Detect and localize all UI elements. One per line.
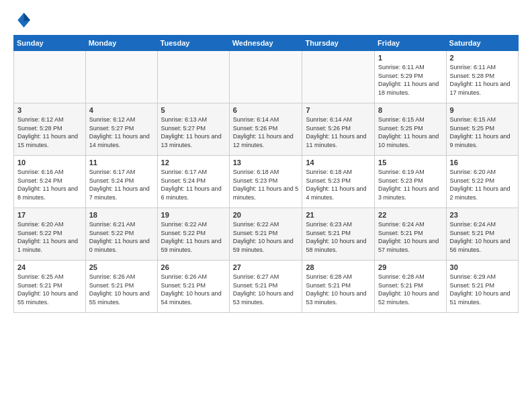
day-number: 5 [161, 106, 226, 114]
calendar-day-cell: 1Sunrise: 6:11 AM Sunset: 5:29 PM Daylig… [375, 51, 446, 103]
day-number: 25 [89, 263, 154, 271]
calendar-day-cell: 20Sunrise: 6:22 AM Sunset: 5:21 PM Dayli… [229, 208, 302, 261]
day-info: Sunrise: 6:17 AM Sunset: 5:24 PM Dayligh… [161, 168, 226, 201]
day-number: 4 [89, 106, 154, 114]
calendar-day-cell: 9Sunrise: 6:15 AM Sunset: 5:25 PM Daylig… [446, 103, 518, 156]
calendar-day-cell: 8Sunrise: 6:15 AM Sunset: 5:25 PM Daylig… [375, 103, 446, 156]
weekday-header: Tuesday [157, 36, 229, 51]
day-info: Sunrise: 6:12 AM Sunset: 5:27 PM Dayligh… [89, 116, 154, 149]
weekday-header: Monday [85, 36, 157, 51]
calendar-day-cell: 7Sunrise: 6:14 AM Sunset: 5:26 PM Daylig… [302, 103, 375, 156]
day-number: 18 [89, 211, 154, 219]
calendar-week-row: 10Sunrise: 6:16 AM Sunset: 5:24 PM Dayli… [14, 156, 519, 208]
calendar-day-cell [85, 51, 157, 103]
calendar-day-cell: 5Sunrise: 6:13 AM Sunset: 5:27 PM Daylig… [157, 103, 229, 156]
day-info: Sunrise: 6:28 AM Sunset: 5:21 PM Dayligh… [306, 273, 371, 306]
day-number: 10 [17, 158, 82, 167]
day-info: Sunrise: 6:28 AM Sunset: 5:21 PM Dayligh… [378, 273, 442, 306]
calendar-day-cell [157, 51, 229, 103]
day-number: 28 [306, 263, 371, 271]
calendar-table: SundayMondayTuesdayWednesdayThursdayFrid… [13, 35, 519, 313]
calendar-day-cell: 15Sunrise: 6:19 AM Sunset: 5:23 PM Dayli… [375, 156, 446, 208]
calendar-week-row: 1Sunrise: 6:11 AM Sunset: 5:29 PM Daylig… [14, 51, 519, 103]
day-info: Sunrise: 6:20 AM Sunset: 5:22 PM Dayligh… [450, 168, 515, 201]
day-number: 2 [450, 54, 515, 62]
day-number: 16 [450, 158, 515, 167]
calendar-week-row: 3Sunrise: 6:12 AM Sunset: 5:28 PM Daylig… [14, 103, 519, 156]
calendar-week-row: 17Sunrise: 6:20 AM Sunset: 5:22 PM Dayli… [14, 208, 519, 261]
day-number: 12 [161, 158, 226, 167]
day-number: 9 [450, 106, 515, 114]
calendar-day-cell: 2Sunrise: 6:11 AM Sunset: 5:28 PM Daylig… [446, 51, 518, 103]
calendar-day-cell: 23Sunrise: 6:24 AM Sunset: 5:21 PM Dayli… [446, 208, 518, 261]
page: SundayMondayTuesdayWednesdayThursdayFrid… [0, 0, 532, 411]
day-info: Sunrise: 6:15 AM Sunset: 5:25 PM Dayligh… [450, 116, 515, 149]
day-number: 6 [233, 106, 299, 114]
logo-icon [13, 11, 32, 30]
weekday-header: Thursday [302, 36, 375, 51]
day-number: 8 [378, 106, 442, 114]
day-number: 20 [233, 211, 299, 219]
calendar-day-cell: 28Sunrise: 6:28 AM Sunset: 5:21 PM Dayli… [302, 261, 375, 313]
day-number: 7 [306, 106, 371, 114]
day-info: Sunrise: 6:22 AM Sunset: 5:22 PM Dayligh… [161, 220, 226, 254]
calendar-day-cell [14, 51, 86, 103]
day-number: 13 [233, 158, 299, 167]
calendar-day-cell: 3Sunrise: 6:12 AM Sunset: 5:28 PM Daylig… [14, 103, 86, 156]
weekday-header: Saturday [446, 36, 518, 51]
weekday-header: Wednesday [229, 36, 302, 51]
day-info: Sunrise: 6:27 AM Sunset: 5:21 PM Dayligh… [233, 273, 299, 306]
calendar-day-cell: 24Sunrise: 6:25 AM Sunset: 5:21 PM Dayli… [14, 261, 86, 313]
day-info: Sunrise: 6:21 AM Sunset: 5:22 PM Dayligh… [89, 220, 154, 254]
day-info: Sunrise: 6:15 AM Sunset: 5:25 PM Dayligh… [378, 116, 442, 149]
day-info: Sunrise: 6:14 AM Sunset: 5:26 PM Dayligh… [306, 116, 371, 149]
day-info: Sunrise: 6:24 AM Sunset: 5:21 PM Dayligh… [450, 220, 515, 254]
calendar-day-cell: 21Sunrise: 6:23 AM Sunset: 5:21 PM Dayli… [302, 208, 375, 261]
calendar-day-cell: 13Sunrise: 6:18 AM Sunset: 5:23 PM Dayli… [229, 156, 302, 208]
calendar-day-cell: 6Sunrise: 6:14 AM Sunset: 5:26 PM Daylig… [229, 103, 302, 156]
day-info: Sunrise: 6:14 AM Sunset: 5:26 PM Dayligh… [233, 116, 299, 149]
day-info: Sunrise: 6:11 AM Sunset: 5:28 PM Dayligh… [450, 63, 515, 97]
day-info: Sunrise: 6:19 AM Sunset: 5:23 PM Dayligh… [378, 168, 442, 201]
day-info: Sunrise: 6:23 AM Sunset: 5:21 PM Dayligh… [306, 220, 371, 254]
calendar-day-cell: 17Sunrise: 6:20 AM Sunset: 5:22 PM Dayli… [14, 208, 86, 261]
calendar-day-cell: 30Sunrise: 6:29 AM Sunset: 5:21 PM Dayli… [446, 261, 518, 313]
calendar-day-cell [302, 51, 375, 103]
header [13, 11, 519, 30]
day-info: Sunrise: 6:11 AM Sunset: 5:29 PM Dayligh… [378, 63, 442, 97]
day-number: 30 [450, 263, 515, 271]
day-info: Sunrise: 6:18 AM Sunset: 5:23 PM Dayligh… [306, 168, 371, 201]
weekday-header: Sunday [14, 36, 86, 51]
day-info: Sunrise: 6:20 AM Sunset: 5:22 PM Dayligh… [17, 220, 82, 254]
day-number: 24 [17, 263, 82, 271]
day-number: 23 [450, 211, 515, 219]
day-number: 11 [89, 158, 154, 167]
weekday-header: Friday [375, 36, 446, 51]
calendar-day-cell: 25Sunrise: 6:26 AM Sunset: 5:21 PM Dayli… [85, 261, 157, 313]
day-number: 22 [378, 211, 442, 219]
day-info: Sunrise: 6:18 AM Sunset: 5:23 PM Dayligh… [233, 168, 299, 201]
calendar-day-cell: 14Sunrise: 6:18 AM Sunset: 5:23 PM Dayli… [302, 156, 375, 208]
day-info: Sunrise: 6:26 AM Sunset: 5:21 PM Dayligh… [161, 273, 226, 306]
day-number: 15 [378, 158, 442, 167]
svg-marker-1 [24, 13, 30, 21]
day-number: 19 [161, 211, 226, 219]
day-info: Sunrise: 6:22 AM Sunset: 5:21 PM Dayligh… [233, 220, 299, 254]
calendar-day-cell: 19Sunrise: 6:22 AM Sunset: 5:22 PM Dayli… [157, 208, 229, 261]
calendar-day-cell: 10Sunrise: 6:16 AM Sunset: 5:24 PM Dayli… [14, 156, 86, 208]
calendar-day-cell: 12Sunrise: 6:17 AM Sunset: 5:24 PM Dayli… [157, 156, 229, 208]
calendar-day-cell: 27Sunrise: 6:27 AM Sunset: 5:21 PM Dayli… [229, 261, 302, 313]
calendar-header-row: SundayMondayTuesdayWednesdayThursdayFrid… [14, 36, 519, 51]
day-number: 27 [233, 263, 299, 271]
day-info: Sunrise: 6:17 AM Sunset: 5:24 PM Dayligh… [89, 168, 154, 201]
day-number: 1 [378, 54, 442, 62]
day-number: 21 [306, 211, 371, 219]
calendar-day-cell: 22Sunrise: 6:24 AM Sunset: 5:21 PM Dayli… [375, 208, 446, 261]
day-info: Sunrise: 6:24 AM Sunset: 5:21 PM Dayligh… [378, 220, 442, 254]
day-info: Sunrise: 6:13 AM Sunset: 5:27 PM Dayligh… [161, 116, 226, 149]
calendar-day-cell: 29Sunrise: 6:28 AM Sunset: 5:21 PM Dayli… [375, 261, 446, 313]
logo [13, 11, 35, 30]
day-info: Sunrise: 6:29 AM Sunset: 5:21 PM Dayligh… [450, 273, 515, 306]
day-info: Sunrise: 6:16 AM Sunset: 5:24 PM Dayligh… [17, 168, 82, 201]
day-number: 26 [161, 263, 226, 271]
